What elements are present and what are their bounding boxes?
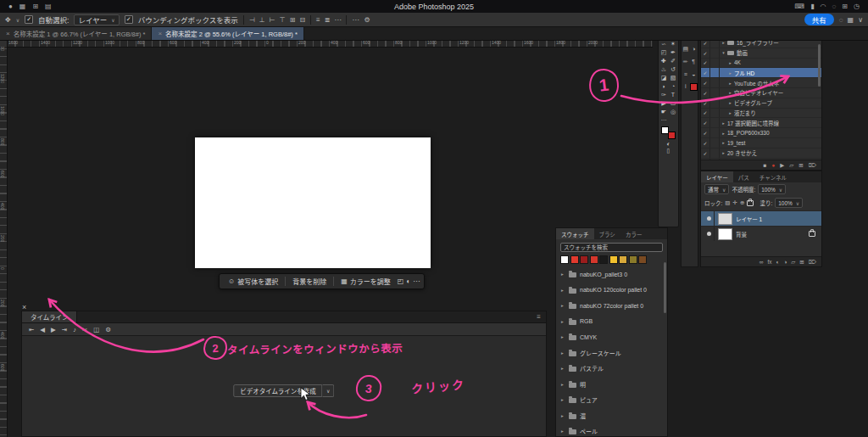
pen-tool-icon[interactable]: ✑	[661, 91, 666, 98]
dialog-toggle-cell[interactable]	[710, 128, 720, 137]
adjustment-icon[interactable]: ◑	[783, 259, 787, 265]
healing-tool-icon[interactable]: ✚	[661, 57, 666, 64]
grid-menu-icon[interactable]: ⊞	[32, 0, 38, 13]
delete-icon[interactable]: ⌦	[809, 259, 816, 266]
background-color-swatch[interactable]	[668, 132, 676, 139]
dialog-toggle-cell[interactable]	[710, 48, 720, 58]
play-icon[interactable]: ▶	[780, 162, 784, 169]
canvas-document[interactable]	[195, 137, 431, 268]
action-item-row[interactable]: ✓▸空白ビデオレイヤー	[701, 88, 821, 98]
chevron-right-icon[interactable]: ▸	[720, 150, 727, 155]
chevron-right-icon[interactable]: ▸	[720, 40, 727, 45]
swatch-group-row[interactable]: ▸RGB	[556, 314, 667, 330]
chevron-right-icon[interactable]: ▸	[726, 110, 734, 115]
chevron-right-icon[interactable]: ▸	[720, 120, 727, 126]
edit-toolbar-icon[interactable]: ⋯	[661, 116, 667, 124]
align-right-icon[interactable]: ⊢	[270, 16, 275, 24]
split-icon[interactable]: ✂	[82, 326, 87, 333]
action-item-row[interactable]: ✓▸4K	[701, 59, 821, 69]
swatch-color[interactable]	[609, 255, 618, 264]
gear-icon[interactable]: ⚙	[364, 16, 370, 24]
shape-tool-icon[interactable]: ▭	[670, 99, 676, 107]
scrollbar[interactable]	[664, 262, 666, 313]
foreground-color-swatch[interactable]	[661, 126, 669, 134]
tool-preset-chevron-icon[interactable]: ∨	[16, 17, 19, 23]
clock-icon[interactable]: ◷	[854, 0, 860, 13]
check-icon[interactable]: ✓	[701, 118, 710, 127]
dodge-tool-icon[interactable]: ◔	[671, 82, 675, 90]
blend-mode-select[interactable]: 通常 ∨	[704, 184, 729, 194]
chevron-right-icon[interactable]: ▸	[561, 288, 565, 293]
record-icon[interactable]: ●	[771, 162, 775, 168]
swatch-color[interactable]	[619, 255, 627, 264]
layer-row[interactable]: 背景	[701, 226, 821, 241]
chevron-right-icon[interactable]: ▸	[561, 382, 565, 387]
lock-all-icon[interactable]	[747, 200, 754, 206]
check-icon[interactable]: ✓	[701, 128, 710, 137]
move-tool-icon[interactable]: ✥	[5, 16, 11, 24]
panel-menu-icon[interactable]: ≡	[537, 311, 546, 322]
link-icon[interactable]: ∞	[760, 259, 764, 265]
check-icon[interactable]: ✓	[701, 138, 710, 148]
swatch-group-row[interactable]: ▸パステル	[556, 361, 667, 377]
swatch-group-row[interactable]: ▸nabuKO 72color pallet 0	[556, 298, 667, 314]
dialog-toggle-cell[interactable]	[710, 59, 720, 68]
task-button[interactable]: 背景を削除	[288, 276, 331, 287]
close-tab-icon[interactable]: ×	[158, 30, 162, 37]
task-button[interactable]: ☺被写体を選択	[224, 276, 282, 287]
wand-tool-icon[interactable]: ✶	[670, 40, 676, 48]
swatch-color[interactable]	[638, 255, 647, 264]
stamp-tool-icon[interactable]: ♨	[661, 65, 666, 73]
scrollbar[interactable]	[818, 44, 821, 87]
zoom-tool-icon[interactable]: ◎	[670, 108, 676, 115]
check-icon[interactable]: ✓	[701, 78, 710, 87]
chevron-right-icon[interactable]: ▸	[726, 90, 734, 95]
vertical-ruler[interactable]: 1400120010008006004002000200400600	[0, 40, 8, 437]
swatch-group-row[interactable]: ▸nabuKO_pallet3 0	[556, 266, 667, 283]
dialog-toggle-cell[interactable]	[710, 88, 720, 98]
mask-icon[interactable]: ◐	[776, 259, 779, 265]
swatch-group-row[interactable]: ▸nabuKO 120color pallet 0	[556, 283, 667, 299]
chevron-right-icon[interactable]: ▸	[726, 100, 734, 105]
layer-row[interactable]: レイヤー 1	[701, 210, 821, 226]
info-panel-icon[interactable]: i	[685, 83, 687, 91]
align-bottom-icon[interactable]: ⊟	[299, 16, 305, 24]
action-item-row[interactable]: ✓▸ビデオグループ	[701, 98, 821, 109]
paragraph-panel-icon[interactable]: ¶	[692, 59, 695, 65]
swatch-color[interactable]	[580, 255, 588, 264]
swatch-color[interactable]	[560, 255, 569, 264]
check-icon[interactable]: ✓	[701, 48, 710, 58]
photoshop-menu-icon[interactable]: ▦	[19, 0, 26, 13]
align-center-h-icon[interactable]: ⊥	[259, 16, 265, 24]
close-tab-icon[interactable]: ×	[6, 30, 10, 37]
hand-tool-icon[interactable]: ☛	[661, 108, 666, 115]
dialog-toggle-cell[interactable]	[710, 98, 720, 108]
timeline-close-icon[interactable]: ×	[22, 303, 26, 311]
prev-frame-icon[interactable]: ◀	[40, 326, 45, 333]
action-item-row[interactable]: ✓▸17 選択範囲に境界線	[701, 118, 821, 128]
chevron-right-icon[interactable]: ▸	[561, 303, 565, 308]
swatch-color[interactable]	[599, 255, 608, 264]
lock-transparency-icon[interactable]: ▨	[725, 199, 730, 206]
visibility-eye-icon[interactable]	[704, 211, 715, 226]
show-bbox-checkbox[interactable]: ✓	[125, 15, 133, 24]
window-menu-icon[interactable]: ▤	[45, 0, 52, 13]
dialog-toggle-cell[interactable]	[710, 118, 720, 127]
blur-tool-icon[interactable]: ◗	[662, 82, 665, 90]
play-icon[interactable]: ▶	[51, 326, 56, 333]
new-layer-icon[interactable]: ⊞	[799, 259, 804, 266]
audio-icon[interactable]: ♪	[73, 326, 76, 333]
chevron-right-icon[interactable]: ▸	[561, 366, 565, 371]
fill-select[interactable]: 100% ∨	[775, 198, 803, 208]
visibility-eye-icon[interactable]	[704, 227, 715, 241]
properties-panel-icon[interactable]: ◒	[692, 71, 695, 77]
chevron-down-icon[interactable]: ∨	[858, 16, 863, 24]
panel-tab[interactable]: スウォッチ	[556, 228, 594, 239]
chevron-right-icon[interactable]: ▸	[726, 70, 734, 76]
align-center-v-icon[interactable]: ⊞	[290, 16, 296, 24]
search-icon[interactable]: ◌	[839, 16, 843, 24]
chevron-down-icon[interactable]: ▾	[720, 50, 727, 55]
chevron-right-icon[interactable]: ▸	[561, 334, 565, 339]
new-folder-icon[interactable]: ▱	[789, 162, 793, 169]
chevron-right-icon[interactable]: ▸	[720, 140, 727, 145]
